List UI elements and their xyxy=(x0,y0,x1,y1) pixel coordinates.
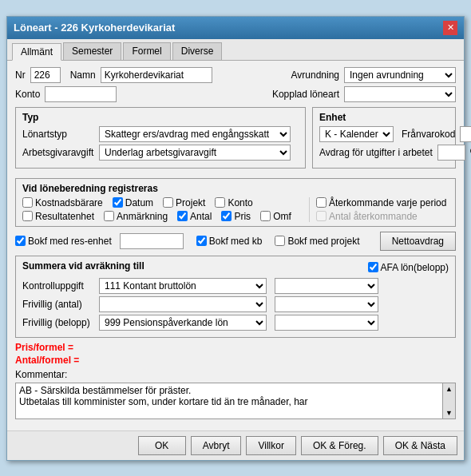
nr-label: Nr xyxy=(15,69,26,81)
nettoavdrag-button[interactable]: Nettoavdrag xyxy=(380,232,456,251)
cb-pris-label: Pris xyxy=(234,211,251,222)
ok-foreg-button[interactable]: OK & Föreg. xyxy=(301,436,378,455)
cb-afa[interactable] xyxy=(368,262,378,272)
frivillig-belopp-label: Frivillig (belopp) xyxy=(22,317,94,328)
cb-kostnadsbärare[interactable] xyxy=(22,197,33,208)
cb-afa-label: AFA lön(belopp) xyxy=(381,262,449,273)
lonartstyp-label: Lönartstyp xyxy=(22,129,94,140)
namn-label: Namn xyxy=(70,69,96,81)
cb-bokf-kb-label: Bokf med kb xyxy=(209,236,263,247)
arbetsgivaravgift-label: Arbetsgivaravgift xyxy=(22,147,94,158)
avrundning-select[interactable]: Ingen avrundning Till hela kronor Till t… xyxy=(344,67,456,83)
form-content: Nr Namn Avrundning Ingen avrundning Till… xyxy=(7,61,464,430)
cb-projekt[interactable] xyxy=(163,197,173,208)
konto-input[interactable] xyxy=(45,86,117,102)
avrundning-label: Avrundning xyxy=(291,69,340,81)
title-bar: Löneart - 226 Kyrkoherdevikariat ✕ xyxy=(7,17,464,39)
cb-datum[interactable] xyxy=(113,197,123,208)
typ-section-title: Typ xyxy=(22,112,299,123)
summera-title: Summera vid avräkning till xyxy=(22,260,144,272)
kommentar-text: AB - Särskilda bestämmelser för präster.… xyxy=(16,383,442,418)
frivillig-antal-label: Frivillig (antal) xyxy=(22,299,94,310)
frivillig-belopp-select2[interactable] xyxy=(275,315,378,331)
kontrolluppgift-label: Kontrolluppgift xyxy=(22,280,94,292)
avdrag-input[interactable] xyxy=(437,145,465,161)
pris-formel: Pris/formel = xyxy=(15,342,456,353)
cb-anmärkning[interactable] xyxy=(104,211,114,221)
antal-formel: Antal/formel = xyxy=(15,355,456,366)
namn-input[interactable] xyxy=(101,67,212,83)
comment-scrollbar: ▲ ▼ xyxy=(442,383,455,418)
kommentar-label: Kommentar: xyxy=(15,369,67,380)
konto-label: Konto xyxy=(15,89,40,100)
cb-datum-label: Datum xyxy=(125,197,153,208)
bottom-button-bar: OK Avbryt Villkor OK & Föreg. OK & Nästa xyxy=(7,430,464,460)
cb-konto[interactable] xyxy=(215,197,225,208)
kontrolluppgift-select2[interactable] xyxy=(275,278,378,294)
enhet-section-title: Enhet xyxy=(319,112,449,123)
cb-antal-återkommande-label: Antal återkommande xyxy=(329,211,418,222)
bokf-res-input[interactable] xyxy=(120,233,184,249)
cb-antal-label: Antal xyxy=(190,211,212,222)
tab-allmant[interactable]: Allmänt xyxy=(12,43,61,61)
cb-pris[interactable] xyxy=(221,211,232,221)
scroll-up-arrow[interactable]: ▲ xyxy=(443,383,455,395)
frivillig-belopp-select[interactable]: 999 Pensionspåverkande lön xyxy=(99,315,267,331)
frivillig-antal-select2[interactable] xyxy=(275,296,378,312)
avbryt-button[interactable]: Avbryt xyxy=(191,436,242,455)
cb-resultatenhet[interactable] xyxy=(22,211,33,221)
scroll-down-arrow[interactable]: ▼ xyxy=(443,407,455,418)
franvaro-label: Frånvarokod xyxy=(402,129,455,140)
kopplad-label: Kopplad löneart xyxy=(272,89,339,100)
cb-konto-label: Konto xyxy=(228,197,252,208)
cb-bokf-kb[interactable] xyxy=(196,236,207,246)
cb-bokf-res-label: Bokf med res-enhet xyxy=(28,236,112,247)
ok-button[interactable]: OK xyxy=(138,436,186,455)
cb-antal[interactable] xyxy=(177,211,188,221)
cb-projekt-label: Projekt xyxy=(176,197,205,208)
ok-nasta-button[interactable]: OK & Nästa xyxy=(383,436,457,455)
tab-bar: Allmänt Semester Formel Diverse xyxy=(7,39,464,61)
franvaro-input[interactable] xyxy=(460,126,471,142)
cb-anmärkning-label: Anmärkning xyxy=(117,211,168,222)
window-title: Löneart - 226 Kyrkoherdevikariat xyxy=(14,22,175,34)
villkor-button[interactable]: Villkor xyxy=(246,436,295,455)
cb-kostnadsbärare-label: Kostnadsbärare xyxy=(35,197,103,208)
cb-omf-label: Omf xyxy=(273,211,291,222)
tab-formel[interactable]: Formel xyxy=(123,42,170,60)
tab-diverse[interactable]: Diverse xyxy=(172,42,223,60)
nr-input[interactable] xyxy=(30,67,61,83)
cb-antal-återkommande[interactable] xyxy=(316,211,327,221)
cb-återkommande[interactable] xyxy=(316,197,327,208)
avdrag-label: Avdrag för utgifter i arbetet xyxy=(319,147,433,158)
cb-bokf-res[interactable] xyxy=(15,236,26,246)
arbetsgivaravgift-select[interactable]: Underlag arbetsgivaravgift Inget underla… xyxy=(99,145,291,161)
cb-bokf-projekt-label: Bokf med projekt xyxy=(287,236,359,247)
tab-semester[interactable]: Semester xyxy=(63,42,121,60)
cb-resultatenhet-label: Resultatenhet xyxy=(35,211,94,222)
main-window: Löneart - 226 Kyrkoherdevikariat ✕ Allmä… xyxy=(6,16,465,461)
lonartstyp-select[interactable]: Skattegr ers/avdrag med engångsskatt Bru… xyxy=(99,126,291,142)
kopplad-select[interactable] xyxy=(344,86,456,102)
kontrolluppgift-select[interactable]: 111 Kontant bruttolön 121 Förmåner xyxy=(99,278,267,294)
cb-omf[interactable] xyxy=(260,211,271,221)
frivillig-antal-select[interactable]: 999 Pensionspåverkande lön xyxy=(99,296,267,312)
vid-section-title: Vid löneberedning registreras xyxy=(22,183,449,194)
close-button[interactable]: ✕ xyxy=(443,21,457,35)
cb-bokf-projekt[interactable] xyxy=(275,236,285,246)
enhet-select[interactable]: K - Kalender T - Timmar xyxy=(319,126,394,142)
cb-återkommande-label: Återkommande varje period xyxy=(329,197,446,208)
